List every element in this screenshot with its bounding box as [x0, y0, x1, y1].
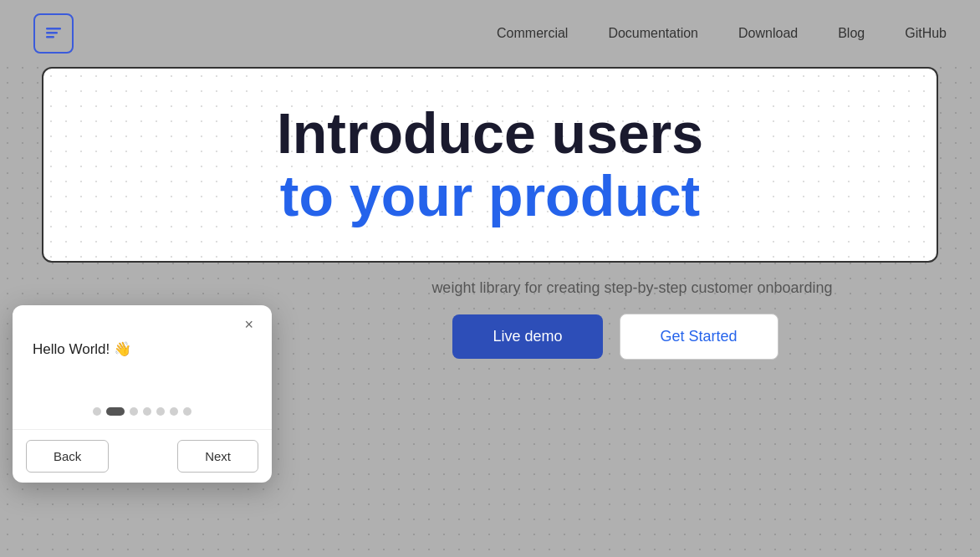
dot-5 — [170, 407, 178, 416]
dot-2 — [130, 407, 138, 416]
tour-next-button[interactable]: Next — [177, 440, 258, 473]
tour-close-button[interactable]: × — [239, 315, 258, 334]
nav-download[interactable]: Download — [738, 26, 798, 41]
tour-popup: × Hello World! 👋 Back Next — [13, 305, 272, 483]
tour-back-button[interactable]: Back — [26, 440, 109, 473]
dot-3 — [143, 407, 151, 416]
svg-rect-1 — [46, 28, 61, 30]
subtitle-row: weight library for creating step-by-step… — [33, 263, 947, 297]
hero-card: Introduce users to your product — [42, 67, 938, 263]
nav-blog[interactable]: Blog — [838, 26, 865, 41]
get-started-button[interactable]: Get Started — [620, 314, 778, 360]
hero-title: Introduce users to your product — [94, 102, 886, 227]
nav: Commercial Documentation Download Blog G… — [497, 26, 947, 41]
dot-6 — [183, 407, 191, 416]
dot-1 — [106, 407, 125, 416]
nav-documentation[interactable]: Documentation — [608, 26, 698, 41]
dot-0 — [93, 407, 101, 416]
tour-popup-header: × — [13, 305, 272, 334]
tour-popup-body: Hello World! 👋 — [13, 334, 272, 401]
hero-title-line2: to your product — [280, 164, 700, 227]
logo — [33, 13, 74, 54]
svg-rect-3 — [46, 36, 54, 38]
dot-4 — [156, 407, 165, 416]
tour-dots — [13, 401, 272, 429]
nav-github[interactable]: GitHub — [905, 26, 947, 41]
svg-rect-2 — [46, 32, 58, 34]
hero-subtitle: weight library for creating step-by-step… — [67, 279, 913, 297]
nav-commercial[interactable]: Commercial — [497, 26, 568, 41]
hero-title-line1: Introduce users — [277, 101, 703, 165]
logo-icon — [42, 22, 65, 45]
live-demo-button[interactable]: Live demo — [452, 314, 602, 359]
tour-message: Hello World! 👋 — [33, 341, 131, 357]
tour-footer: Back Next — [13, 429, 272, 483]
header: Commercial Documentation Download Blog G… — [0, 0, 980, 67]
